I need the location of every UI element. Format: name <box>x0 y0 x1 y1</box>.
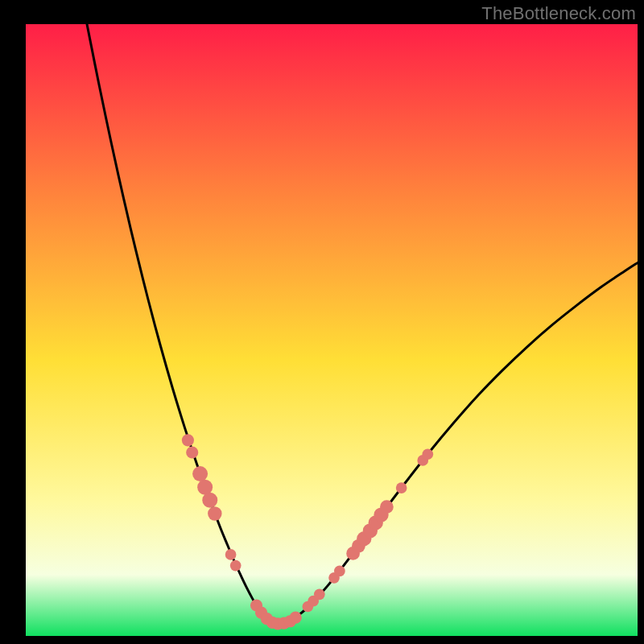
curve-marker <box>230 560 242 572</box>
curve-marker <box>290 612 302 624</box>
curve-marker <box>380 500 394 514</box>
curve-marker <box>208 506 221 520</box>
curve-marker <box>422 448 433 460</box>
curve-marker <box>186 446 198 458</box>
curve-marker <box>202 493 217 508</box>
watermark-text: TheBottleneck.com <box>481 3 636 24</box>
curve-marker <box>192 466 208 481</box>
curve-marker <box>396 482 407 493</box>
plot-svg <box>26 24 638 636</box>
curve-marker <box>182 434 194 446</box>
curve-marker <box>225 549 237 560</box>
chart-frame: TheBottleneck.com <box>0 0 644 644</box>
curve-marker <box>334 566 345 577</box>
curve-marker <box>314 588 325 600</box>
bottleneck-plot <box>26 24 638 636</box>
